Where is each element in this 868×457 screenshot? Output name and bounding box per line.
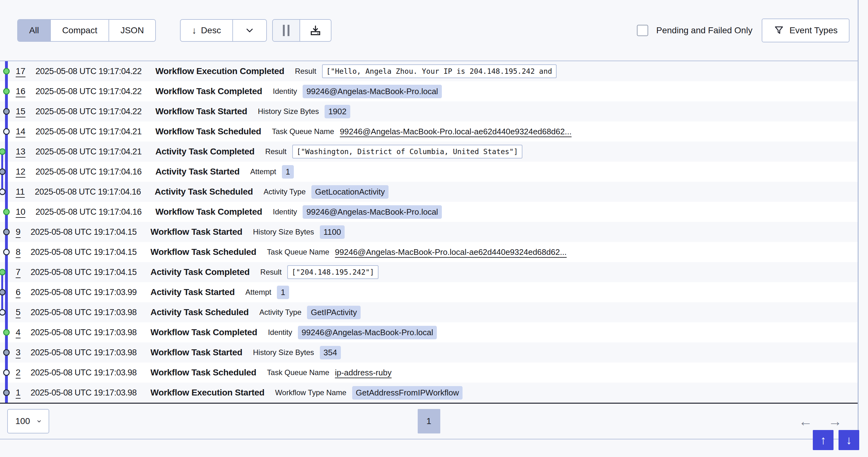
event-row[interactable]: 16 2025-05-08 UTC 19:17:04.22 Workflow T… — [0, 81, 858, 102]
page-size-select[interactable]: 100 — [7, 409, 49, 433]
sort-order-button[interactable]: ↓ Desc — [181, 20, 232, 41]
download-icon — [310, 25, 321, 36]
event-row[interactable]: 14 2025-05-08 UTC 19:17:04.21 Workflow T… — [0, 121, 858, 142]
event-attr-value[interactable]: 99246@Angelas-MacBook-Pro.local-ae62d440… — [335, 247, 567, 257]
event-attr-label: Result — [260, 268, 282, 277]
event-id-link[interactable]: 9 — [16, 227, 21, 237]
event-timestamp: 2025-05-08 UTC 19:17:04.16 — [35, 207, 142, 217]
event-name: Workflow Task Scheduled — [151, 368, 256, 378]
event-attr-value: 1 — [282, 165, 294, 179]
event-attr-label: Identity — [273, 207, 297, 216]
event-id-link[interactable]: 6 — [16, 287, 21, 297]
event-id-link[interactable]: 2 — [16, 368, 21, 378]
event-attr-value: GetLocationActivity — [311, 185, 389, 199]
event-marker-dot — [3, 249, 10, 256]
event-attr-label: Task Queue Name — [272, 127, 334, 136]
event-attr-value: ["Washington, District of Columbia, Unit… — [292, 145, 522, 159]
event-attr-value[interactable]: ip-address-ruby — [335, 368, 392, 378]
event-timestamp: 2025-05-08 UTC 19:17:03.98 — [31, 388, 137, 398]
event-types-label: Event Types — [789, 25, 838, 35]
event-marker-dot — [3, 88, 10, 95]
event-row[interactable]: 15 2025-05-08 UTC 19:17:04.22 Workflow T… — [0, 102, 858, 121]
event-attr-value: 99246@Angelas-MacBook-Pro.local — [303, 205, 442, 219]
event-types-button[interactable]: Event Types — [762, 19, 849, 42]
event-name: Activity Task Started — [151, 287, 235, 297]
event-id-link[interactable]: 17 — [16, 66, 25, 76]
next-page-button[interactable]: → — [828, 414, 842, 428]
event-attr-label: Task Queue Name — [267, 248, 329, 256]
chevron-down-icon — [36, 418, 42, 425]
event-id-link[interactable]: 13 — [16, 147, 25, 156]
event-id-link[interactable]: 14 — [16, 126, 25, 137]
event-row[interactable]: 6 2025-05-08 UTC 19:17:03.99 Activity Ta… — [0, 282, 858, 302]
pending-failed-label[interactable]: Pending and Failed Only — [656, 25, 753, 35]
event-history-table: 17 2025-05-08 UTC 19:17:04.22 Workflow E… — [0, 61, 858, 404]
event-name: Workflow Task Completed — [155, 207, 262, 217]
pending-failed-checkbox[interactable] — [637, 25, 648, 36]
event-name: Workflow Task Completed — [155, 86, 262, 96]
event-marker-dot — [3, 209, 10, 215]
event-attr-value: ["204.148.195.242"] — [287, 265, 378, 279]
event-id-link[interactable]: 12 — [16, 167, 25, 177]
event-id-link[interactable]: 4 — [16, 327, 21, 337]
scroll-to-top-button[interactable]: ↑ — [813, 430, 834, 450]
event-row[interactable]: 7 2025-05-08 UTC 19:17:04.15 Activity Ta… — [0, 262, 858, 282]
event-row[interactable]: 17 2025-05-08 UTC 19:17:04.22 Workflow E… — [0, 61, 858, 81]
prev-page-button[interactable]: ← — [799, 414, 812, 428]
event-row[interactable]: 4 2025-05-08 UTC 19:17:03.98 Workflow Ta… — [0, 322, 858, 342]
event-id-link[interactable]: 10 — [16, 207, 25, 217]
tab-json[interactable]: JSON — [108, 20, 155, 41]
event-timestamp: 2025-05-08 UTC 19:17:04.21 — [35, 147, 142, 156]
event-row[interactable]: 9 2025-05-08 UTC 19:17:04.15 Workflow Ta… — [0, 222, 858, 242]
event-attr-label: Task Queue Name — [267, 368, 329, 377]
event-row[interactable]: 2 2025-05-08 UTC 19:17:03.98 Workflow Ta… — [0, 363, 858, 382]
tab-all[interactable]: All — [18, 20, 50, 41]
event-attr-value[interactable]: 99246@Angelas-MacBook-Pro.local-ae62d440… — [340, 127, 572, 137]
event-attr-value: 1902 — [324, 105, 350, 118]
event-attr-label: History Size Bytes — [253, 228, 314, 236]
event-row[interactable]: 8 2025-05-08 UTC 19:17:04.15 Workflow Ta… — [0, 242, 858, 262]
event-row[interactable]: 3 2025-05-08 UTC 19:17:03.98 Workflow Ta… — [0, 342, 858, 363]
event-row[interactable]: 13 2025-05-08 UTC 19:17:04.21 Activity T… — [0, 142, 858, 162]
event-timestamp: 2025-05-08 UTC 19:17:03.98 — [31, 348, 137, 358]
event-id-link[interactable]: 1 — [16, 388, 21, 398]
event-id-link[interactable]: 16 — [16, 86, 25, 96]
event-id-link[interactable]: 7 — [16, 267, 21, 277]
event-name: Workflow Execution Completed — [155, 66, 284, 76]
event-timestamp: 2025-05-08 UTC 19:17:03.98 — [31, 308, 137, 317]
pause-button[interactable] — [273, 20, 300, 41]
tab-compact[interactable]: Compact — [50, 20, 108, 41]
event-id-link[interactable]: 5 — [16, 307, 21, 317]
scroll-to-bottom-button[interactable]: ↓ — [839, 430, 859, 450]
event-row[interactable]: 12 2025-05-08 UTC 19:17:04.16 Activity T… — [0, 162, 858, 182]
event-attr-label: History Size Bytes — [258, 107, 319, 116]
arrow-down-icon: ↓ — [846, 433, 852, 447]
chevron-down-icon — [244, 25, 255, 36]
event-row[interactable]: 10 2025-05-08 UTC 19:17:04.16 Workflow T… — [0, 202, 858, 222]
event-timestamp: 2025-05-08 UTC 19:17:03.99 — [31, 287, 137, 297]
event-timestamp: 2025-05-08 UTC 19:17:03.98 — [31, 368, 137, 378]
page-number-button[interactable]: 1 — [418, 409, 440, 433]
event-timestamp: 2025-05-08 UTC 19:17:04.16 — [35, 187, 141, 197]
event-name: Workflow Task Scheduled — [155, 126, 261, 137]
event-name: Workflow Execution Started — [151, 388, 265, 398]
event-attr-label: Result — [265, 147, 287, 156]
event-id-link[interactable]: 8 — [16, 247, 21, 257]
event-id-link[interactable]: 3 — [16, 347, 21, 358]
event-row[interactable]: 1 2025-05-08 UTC 19:17:03.98 Workflow Ex… — [0, 382, 858, 403]
page-size-value: 100 — [16, 416, 30, 426]
event-marker-dot — [3, 108, 10, 115]
event-timestamp: 2025-05-08 UTC 19:17:04.22 — [35, 87, 142, 96]
toolbar-right-cluster: Pending and Failed Only Event Types — [637, 19, 849, 42]
event-row[interactable]: 5 2025-05-08 UTC 19:17:03.98 Activity Ta… — [0, 302, 858, 322]
event-marker-dot — [3, 349, 10, 356]
event-attr-label: Activity Type — [259, 308, 301, 317]
event-row[interactable]: 11 2025-05-08 UTC 19:17:04.16 Activity T… — [0, 182, 858, 202]
event-name: Activity Task Completed — [151, 267, 250, 277]
view-mode-tabs: All Compact JSON — [17, 19, 156, 42]
event-id-link[interactable]: 11 — [16, 187, 25, 197]
sort-expand-button[interactable] — [232, 20, 266, 41]
event-id-link[interactable]: 15 — [16, 106, 25, 116]
io-controls — [272, 19, 332, 42]
download-button[interactable] — [300, 20, 331, 41]
